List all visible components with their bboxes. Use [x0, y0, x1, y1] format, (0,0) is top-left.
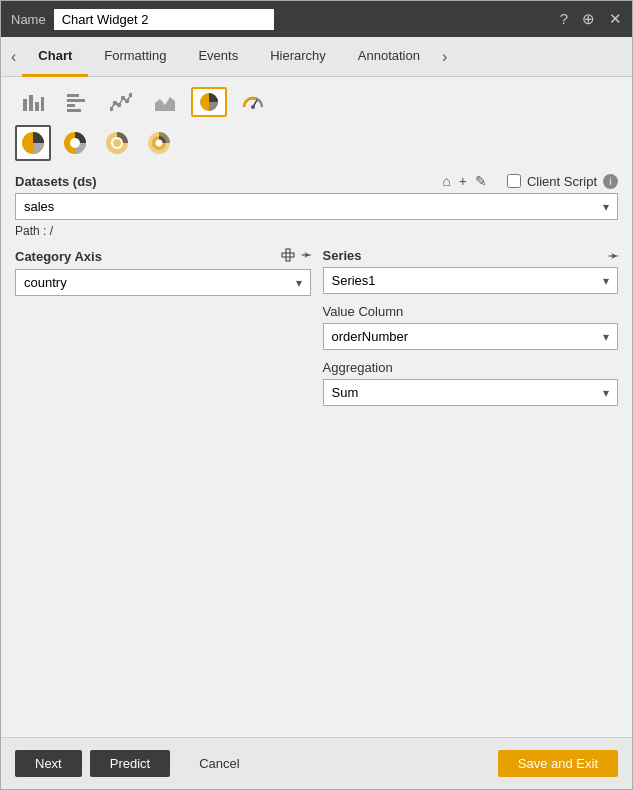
series-send-icon[interactable]: ➛	[608, 249, 618, 263]
close-icon[interactable]: ✕	[609, 10, 622, 28]
chart-type-line[interactable]	[103, 87, 139, 117]
cancel-button[interactable]: Cancel	[178, 749, 260, 778]
value-column-label: Value Column	[323, 304, 619, 319]
chart-type-pie[interactable]	[191, 87, 227, 117]
series-icons: ➛	[608, 249, 618, 263]
value-column-section: Value Column orderNumber ▾	[323, 304, 619, 350]
tab-hierarchy[interactable]: Hierarchy	[254, 37, 342, 77]
next-button[interactable]: Next	[15, 750, 82, 777]
svg-point-10	[118, 104, 121, 107]
aggregation-value: Sum	[332, 385, 359, 400]
datasets-home-icon[interactable]: ⌂	[442, 173, 450, 189]
svg-marker-14	[155, 97, 175, 111]
value-column-arrow: ▾	[603, 330, 609, 344]
tab-formatting[interactable]: Formatting	[88, 37, 182, 77]
chart-type-hbar[interactable]	[59, 87, 95, 117]
aggregation-arrow: ▾	[603, 386, 609, 400]
svg-rect-3	[41, 97, 44, 111]
datasets-icons: ⌂ + ✎	[442, 173, 487, 189]
svg-point-8	[110, 108, 113, 111]
chart-type-icons	[15, 87, 618, 117]
widget-name-input[interactable]	[54, 9, 274, 30]
svg-rect-27	[282, 253, 286, 257]
tab-bar: ‹ Chart Formatting Events Hierarchy Anno…	[1, 37, 632, 77]
dataset-value: sales	[24, 199, 54, 214]
pie-subtype-3[interactable]	[99, 125, 135, 161]
predict-button[interactable]: Predict	[90, 750, 170, 777]
client-script-row: Client Script i	[507, 174, 618, 189]
category-axis-icons: ➛	[281, 248, 311, 265]
move-icon[interactable]: ⊕	[582, 10, 595, 28]
series-dropdown-arrow: ▾	[603, 274, 609, 288]
aggregation-section: Aggregation Sum ▾	[323, 360, 619, 406]
svg-point-12	[126, 100, 129, 103]
axis-series-row: Category Axis ➛	[15, 248, 618, 406]
dataset-dropdown-arrow: ▾	[603, 200, 609, 214]
pie-subtype-4[interactable]	[141, 125, 177, 161]
aggregation-label: Aggregation	[323, 360, 619, 375]
svg-rect-7	[67, 109, 81, 112]
series-header: Series ➛	[323, 248, 619, 263]
svg-rect-0	[23, 99, 27, 111]
category-axis-header: Category Axis ➛	[15, 248, 311, 265]
value-column-value: orderNumber	[332, 329, 409, 344]
svg-point-26	[156, 140, 163, 147]
title-icons: ? ⊕ ✕	[560, 10, 622, 28]
svg-rect-28	[286, 249, 290, 253]
client-script-checkbox[interactable]	[507, 174, 521, 188]
datasets-label: Datasets (ds)	[15, 174, 97, 189]
category-axis-icon2[interactable]: ➛	[301, 248, 311, 265]
client-script-info-icon[interactable]: i	[603, 174, 618, 189]
save-exit-button[interactable]: Save and Exit	[498, 750, 618, 777]
svg-point-13	[130, 94, 133, 97]
client-script-label: Client Script	[527, 174, 597, 189]
chart-type-area[interactable]	[147, 87, 183, 117]
svg-rect-30	[286, 257, 290, 261]
svg-rect-6	[67, 104, 75, 107]
content-area: Datasets (ds) ⌂ + ✎ Client Script i sale…	[1, 77, 632, 737]
aggregation-dropdown[interactable]: Sum ▾	[323, 379, 619, 406]
datasets-add-icon[interactable]: +	[459, 173, 467, 189]
title-bar: Name ? ⊕ ✕	[1, 1, 632, 37]
svg-point-9	[114, 102, 117, 105]
window: Name ? ⊕ ✕ ‹ Chart Formatting Events Hie…	[0, 0, 633, 790]
tab-prev-arrow[interactable]: ‹	[5, 48, 22, 66]
name-label: Name	[11, 12, 46, 27]
pie-subtype-1[interactable]	[15, 125, 51, 161]
series-dropdown[interactable]: Series1 ▾	[323, 267, 619, 294]
svg-rect-29	[290, 253, 294, 257]
category-axis-icon1[interactable]	[281, 248, 295, 265]
category-axis-value: country	[24, 275, 67, 290]
tab-chart[interactable]: Chart	[22, 37, 88, 77]
svg-point-17	[251, 105, 255, 109]
help-icon[interactable]: ?	[560, 10, 568, 28]
chart-type-gauge[interactable]	[235, 87, 271, 117]
path-text: Path : /	[15, 224, 618, 238]
category-axis-col: Category Axis ➛	[15, 248, 311, 406]
svg-rect-4	[67, 94, 79, 97]
datasets-edit-icon[interactable]: ✎	[475, 173, 487, 189]
svg-rect-1	[29, 95, 33, 111]
svg-point-20	[70, 138, 80, 148]
svg-rect-2	[35, 102, 39, 111]
category-axis-dropdown[interactable]: country ▾	[15, 269, 311, 296]
svg-point-11	[122, 97, 125, 100]
datasets-section-header: Datasets (ds) ⌂ + ✎ Client Script i	[15, 173, 618, 189]
pie-subtype-icons	[15, 125, 618, 161]
tab-annotation[interactable]: Annotation	[342, 37, 436, 77]
pie-subtype-2[interactable]	[57, 125, 93, 161]
series-col: Series ➛ Series1 ▾ Value Column orderNum…	[323, 248, 619, 406]
dataset-dropdown[interactable]: sales ▾	[15, 193, 618, 220]
series-value: Series1	[332, 273, 376, 288]
value-column-dropdown[interactable]: orderNumber ▾	[323, 323, 619, 350]
svg-rect-5	[67, 99, 85, 102]
tab-events[interactable]: Events	[182, 37, 254, 77]
footer: Next Predict Cancel Save and Exit	[1, 737, 632, 789]
svg-point-23	[113, 139, 121, 147]
chart-type-bar[interactable]	[15, 87, 51, 117]
tab-next-arrow[interactable]: ›	[436, 48, 453, 66]
category-axis-arrow: ▾	[296, 276, 302, 290]
